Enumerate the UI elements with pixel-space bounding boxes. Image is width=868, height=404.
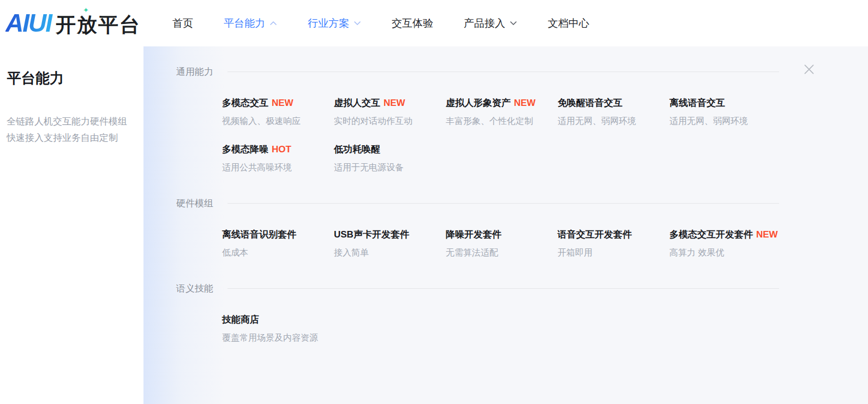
section-general-capabilities: 通用能力 多模态交互NEW 视频输入、极速响应 虚拟人交互NEW 实时的对话动作…: [176, 66, 868, 174]
mega-menu-sidebar: 平台能力 全链路人机交互能力硬件模组 快速接入支持业务自由定制: [0, 46, 143, 404]
section-items: 离线语音识别套件 低成本 USB声卡开发套件 接入简单 降噪开发套件 无需算法适…: [222, 228, 784, 259]
section-title: 通用能力: [176, 66, 213, 78]
logo[interactable]: AIUI ✦ 开放平台: [5, 8, 141, 39]
menu-item-desc: 覆盖常用场景及内容资源: [222, 332, 334, 344]
menu-item-title: 虚拟人形象资产: [446, 98, 511, 108]
menu-item-title: 多模态交互开发套件: [669, 229, 753, 240]
menu-item-desc: 实时的对话动作互动: [334, 116, 446, 127]
menu-item-desc: 无需算法适配: [446, 247, 558, 259]
nav-item-label: 交互体验: [392, 16, 433, 31]
menu-item[interactable]: 离线语音识别套件 低成本: [222, 228, 334, 259]
section-semantic-skills: 语义技能 技能商店 覆盖常用场景及内容资源: [176, 283, 868, 344]
sidebar-description: 全链路人机交互能力硬件模组 快速接入支持业务自由定制: [7, 114, 143, 146]
menu-item[interactable]: 技能商店 覆盖常用场景及内容资源: [222, 313, 334, 344]
menu-item[interactable]: 低功耗唤醒 适用于无电源设备: [334, 143, 446, 174]
nav-item-platform-capabilities[interactable]: 平台能力: [224, 16, 277, 31]
nav-item-home[interactable]: 首页: [172, 16, 193, 31]
menu-item-title: 降噪开发套件: [446, 229, 501, 240]
menu-item[interactable]: 虚拟人形象资产NEW 丰富形象、个性化定制: [446, 97, 558, 127]
section-items: 技能商店 覆盖常用场景及内容资源: [222, 313, 784, 344]
menu-item-desc: 适用于无电源设备: [334, 162, 446, 174]
section-hardware-modules: 硬件模组 离线语音识别套件 低成本 USB声卡开发套件 接入简单 降噪开发套件 …: [176, 198, 868, 259]
menu-item-tag: NEW: [272, 98, 294, 108]
menu-item-desc: 高算力 效果优: [669, 247, 781, 259]
nav-item-label: 平台能力: [224, 16, 265, 31]
menu-item-tag: HOT: [272, 144, 291, 155]
section-divider: [228, 288, 779, 289]
section-header: 语义技能: [176, 283, 779, 294]
menu-item-desc: 适用无网、弱网环境: [669, 116, 781, 127]
menu-item-desc: 适用公共高噪环境: [222, 162, 334, 174]
menu-item-desc: 视频输入、极速响应: [222, 116, 334, 127]
section-items: 多模态交互NEW 视频输入、极速响应 虚拟人交互NEW 实时的对话动作互动 虚拟…: [222, 97, 784, 174]
nav-item-label: 行业方案: [308, 16, 349, 31]
sidebar-title: 平台能力: [7, 69, 143, 88]
menu-item-title: 技能商店: [222, 314, 259, 325]
menu-item[interactable]: 降噪开发套件 无需算法适配: [446, 228, 558, 259]
nav-item-label: 文档中心: [548, 16, 589, 31]
menu-item-title: 语音交互开发套件: [558, 229, 632, 240]
section-divider: [228, 72, 779, 72]
menu-item-desc: 接入简单: [334, 247, 446, 259]
section-header: 硬件模组: [176, 198, 779, 209]
sidebar-description-line: 全链路人机交互能力硬件模组: [7, 114, 143, 130]
nav-item-product-access[interactable]: 产品接入: [464, 16, 517, 31]
sidebar-description-line: 快速接入支持业务自由定制: [7, 130, 143, 146]
menu-item-desc: 适用无网、弱网环境: [558, 116, 669, 127]
menu-item-title: 多模态交互: [222, 98, 268, 108]
section-divider: [228, 203, 779, 204]
menu-item-desc: 开箱即用: [558, 247, 669, 259]
logo-sparkle-icon: ✦: [83, 6, 89, 14]
menu-item[interactable]: 虚拟人交互NEW 实时的对话动作互动: [334, 97, 446, 127]
nav-item-label: 产品接入: [464, 16, 505, 31]
logo-suffix: 开放平台: [56, 11, 141, 39]
menu-item-title: 离线语音识别套件: [222, 229, 296, 240]
section-header: 通用能力: [176, 66, 779, 78]
menu-item-title: 多模态降噪: [222, 144, 268, 155]
menu-item[interactable]: 多模态交互NEW 视频输入、极速响应: [222, 97, 334, 127]
menu-item[interactable]: 语音交互开发套件 开箱即用: [558, 228, 669, 259]
menu-item-tag: NEW: [384, 98, 405, 108]
menu-item-title: 低功耗唤醒: [334, 144, 380, 155]
nav-item-docs-center[interactable]: 文档中心: [548, 16, 589, 31]
menu-item-desc: 丰富形象、个性化定制: [446, 116, 558, 127]
nav-item-label: 首页: [172, 16, 193, 31]
nav-item-interaction-experience[interactable]: 交互体验: [392, 16, 433, 31]
menu-item[interactable]: 离线语音交互 适用无网、弱网环境: [669, 97, 781, 127]
menu-item-title: USB声卡开发套件: [334, 229, 409, 240]
menu-item[interactable]: USB声卡开发套件 接入简单: [334, 228, 446, 259]
menu-item-title: 虚拟人交互: [334, 98, 380, 108]
chevron-down-icon: [510, 21, 517, 26]
nav-menu: 首页 平台能力 行业方案 交互体验 产品接入 文档中心: [172, 16, 589, 31]
section-title: 语义技能: [176, 282, 213, 295]
menu-item-desc: 低成本: [222, 247, 334, 259]
logo-brand: AIUI: [5, 8, 56, 38]
chevron-up-icon: [270, 21, 277, 26]
top-nav: AIUI ✦ 开放平台 首页 平台能力 行业方案 交互体验 产品接入 文档中心: [0, 0, 868, 46]
menu-item[interactable]: 免唤醒语音交互 适用无网、弱网环境: [558, 97, 669, 127]
menu-item-tag: NEW: [756, 229, 778, 240]
chevron-down-icon: [354, 21, 361, 26]
mega-menu-panel: 通用能力 多模态交互NEW 视频输入、极速响应 虚拟人交互NEW 实时的对话动作…: [143, 46, 868, 404]
menu-item[interactable]: 多模态降噪HOT 适用公共高噪环境: [222, 143, 334, 174]
menu-item-title: 离线语音交互: [669, 98, 725, 108]
menu-item[interactable]: 多模态交互开发套件NEW 高算力 效果优: [669, 228, 781, 259]
section-title: 硬件模组: [176, 197, 213, 210]
menu-item-tag: NEW: [514, 98, 536, 108]
close-icon[interactable]: [801, 62, 817, 77]
menu-item-title: 免唤醒语音交互: [558, 98, 622, 108]
nav-item-industry-solutions[interactable]: 行业方案: [308, 16, 361, 31]
